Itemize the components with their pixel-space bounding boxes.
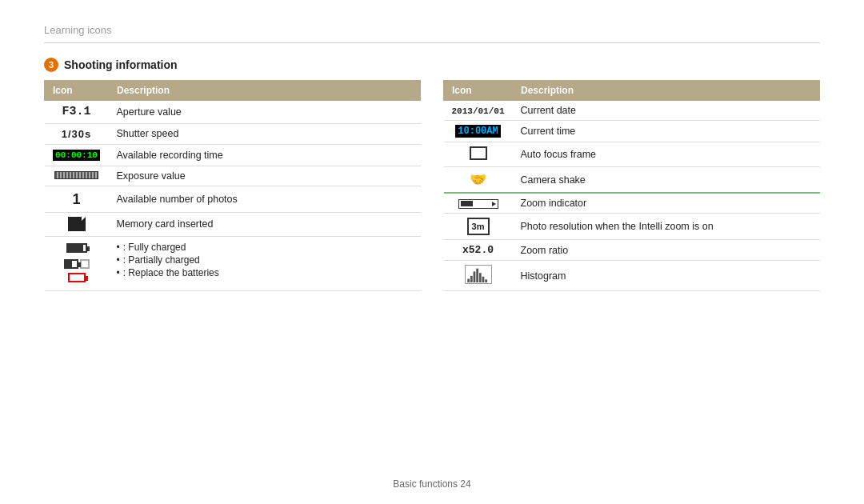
bullet: • bbox=[117, 267, 120, 278]
resolution-icon: 3m bbox=[467, 218, 490, 235]
table-row: F3.1 Aperture value bbox=[45, 101, 421, 124]
desc-histogram: Histogram bbox=[513, 261, 820, 291]
icon-zoom-cell bbox=[444, 193, 513, 214]
tables-wrapper: Icon Description F3.1 Aperture value 1/3… bbox=[44, 80, 820, 291]
battery-partial-label: : Partially charged bbox=[123, 254, 200, 266]
table-row: • : Fully charged • : Partially charged … bbox=[45, 236, 421, 291]
shutter-icon: 1/30s bbox=[62, 128, 92, 140]
svg-rect-0 bbox=[467, 279, 470, 283]
desc-zoom: Zoom indicator bbox=[513, 193, 820, 214]
aperture-icon: F3.1 bbox=[62, 105, 90, 118]
desc-battery: • : Fully charged • : Partially charged … bbox=[109, 236, 421, 291]
left-col2-header: Description bbox=[109, 81, 421, 101]
af-frame-icon bbox=[470, 146, 487, 160]
icon-histogram-cell bbox=[444, 261, 513, 291]
desc-memcard: Memory card inserted bbox=[109, 212, 421, 236]
desc-aperture: Aperture value bbox=[109, 101, 421, 124]
icon-numphoto-cell: 1 bbox=[45, 186, 109, 213]
table-row: x52.0 Zoom ratio bbox=[444, 240, 820, 261]
battery-replace-label: : Replace the batteries bbox=[123, 267, 219, 278]
desc-shutter: Shutter speed bbox=[109, 123, 421, 145]
icon-time-cell: 10:00AM bbox=[444, 121, 513, 142]
desc-rectime: Available recording time bbox=[109, 145, 421, 166]
svg-rect-1 bbox=[470, 276, 472, 282]
svg-rect-4 bbox=[478, 273, 481, 282]
exposure-icon bbox=[54, 171, 98, 179]
num-photos-icon: 1 bbox=[72, 191, 80, 207]
icon-zoomratio-cell: x52.0 bbox=[444, 240, 513, 261]
desc-exposure: Exposure value bbox=[109, 166, 421, 186]
right-col1-header: Icon bbox=[444, 81, 513, 101]
page-footer: Basic functions 24 bbox=[0, 478, 864, 490]
icon-af-cell bbox=[444, 142, 513, 167]
shake-icon: 🤝 bbox=[470, 172, 486, 187]
top-divider bbox=[44, 42, 820, 43]
date-icon: 2013/01/01 bbox=[452, 106, 505, 116]
desc-zoomratio: Zoom ratio bbox=[513, 240, 820, 261]
desc-time: Current time bbox=[513, 121, 820, 142]
page-title: Learning icons bbox=[44, 24, 820, 36]
icon-exposure-cell bbox=[45, 166, 109, 186]
desc-shake: Camera shake bbox=[513, 167, 820, 194]
table-row: 2013/01/01 Current date bbox=[444, 101, 820, 121]
right-col2-header: Description bbox=[513, 81, 820, 101]
icon-memcard-cell bbox=[45, 212, 109, 236]
icon-resolution-cell: 3m bbox=[444, 214, 513, 240]
table-row: 10:00AM Current time bbox=[444, 121, 820, 142]
desc-date: Current date bbox=[513, 101, 820, 121]
svg-rect-3 bbox=[476, 269, 478, 282]
battery-full-item: • : Fully charged bbox=[117, 242, 413, 253]
table-row: Memory card inserted bbox=[45, 212, 421, 236]
right-table: Icon Description 2013/01/01 Current date… bbox=[443, 80, 820, 291]
table-row: Exposure value bbox=[45, 166, 421, 186]
icon-shake-cell: 🤝 bbox=[444, 167, 513, 194]
desc-resolution: Photo resolution when the Intelli zoom i… bbox=[513, 214, 820, 240]
icon-rectime-cell: 00:00:10 bbox=[45, 145, 109, 166]
table-row: 00:00:10 Available recording time bbox=[45, 145, 421, 166]
bullet: • bbox=[117, 254, 120, 266]
time-icon: 10:00AM bbox=[455, 125, 500, 138]
bullet: • bbox=[117, 242, 120, 253]
battery-full-label: : Fully charged bbox=[123, 242, 186, 253]
section-header: 3 Shooting information bbox=[44, 58, 820, 72]
svg-rect-5 bbox=[482, 277, 484, 282]
icon-battery-cell bbox=[45, 236, 109, 291]
svg-rect-2 bbox=[473, 271, 475, 282]
left-col1-header: Icon bbox=[45, 81, 109, 101]
icon-date-cell: 2013/01/01 bbox=[444, 101, 513, 121]
icon-aperture-cell: F3.1 bbox=[45, 101, 109, 124]
rectime-icon: 00:00:10 bbox=[53, 150, 100, 161]
table-row: Auto focus frame bbox=[444, 142, 820, 167]
table-row: Histogram bbox=[444, 261, 820, 291]
svg-rect-6 bbox=[485, 279, 487, 282]
zoom-bar-icon bbox=[458, 199, 498, 209]
icon-shutter-cell: 1/30s bbox=[45, 123, 109, 145]
table-row: Zoom indicator bbox=[444, 193, 820, 214]
memcard-icon bbox=[68, 217, 86, 231]
section-number: 3 bbox=[44, 58, 58, 72]
battery-list: • : Fully charged • : Partially charged … bbox=[117, 242, 413, 278]
table-row: 1 Available number of photos bbox=[45, 186, 421, 213]
zoom-ratio-icon: x52.0 bbox=[462, 244, 494, 256]
footer-text: Basic functions 24 bbox=[393, 478, 470, 490]
histogram-icon bbox=[465, 265, 492, 284]
table-row: 🤝 Camera shake bbox=[444, 167, 820, 194]
left-table: Icon Description F3.1 Aperture value 1/3… bbox=[44, 80, 421, 291]
page-container: Learning icons 3 Shooting information Ic… bbox=[0, 0, 864, 307]
section-title: Shooting information bbox=[64, 58, 178, 71]
desc-af: Auto focus frame bbox=[513, 142, 820, 167]
battery-replace-item: • : Replace the batteries bbox=[117, 267, 413, 278]
battery-partial-item: • : Partially charged bbox=[117, 254, 413, 266]
table-row: 1/30s Shutter speed bbox=[45, 123, 421, 145]
desc-numphoto: Available number of photos bbox=[109, 186, 421, 213]
table-row: 3m Photo resolution when the Intelli zoo… bbox=[444, 214, 820, 240]
